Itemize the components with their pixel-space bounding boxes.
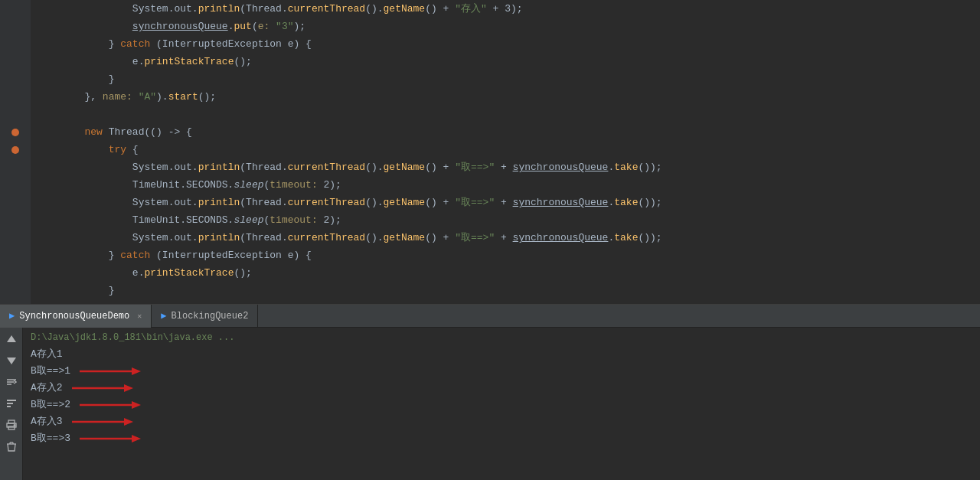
code-line: TimeUnit.SECONDS.sleep(timeout: 2); <box>37 176 980 194</box>
svg-marker-21 <box>132 401 141 409</box>
svg-marker-25 <box>132 435 141 442</box>
svg-marker-23 <box>124 418 133 426</box>
line-gutter <box>0 0 31 304</box>
output-text: B取==>1 <box>31 363 70 380</box>
tab-synchronous-queue-demo[interactable]: ▶ SynchronousQueueDemo ✕ <box>0 305 152 328</box>
output-text: A存入1 <box>31 346 63 363</box>
sort-button[interactable] <box>3 395 20 412</box>
bottom-panel: ▶ SynchronousQueueDemo ✕ ▶ BlockingQueue… <box>0 304 980 480</box>
run-output: D:\Java\jdk1.8.0_181\bin\java.exe ... A存… <box>23 328 980 480</box>
code-line: System.out.println(Thread.currentThread(… <box>37 158 980 176</box>
code-token: System <box>132 0 168 18</box>
output-line-5: A存入3 <box>31 413 972 430</box>
code-line: } <box>37 282 980 299</box>
svg-rect-5 <box>7 400 16 401</box>
console-icon: ▶ <box>9 310 15 322</box>
code-line: } <box>37 70 980 88</box>
red-arrow-icon <box>72 381 133 395</box>
code-line: System.out.println(Thread.currentThread(… <box>37 0 980 18</box>
code-line: }, name: "A").start(); <box>37 88 980 106</box>
svg-marker-19 <box>124 384 133 392</box>
print-button[interactable] <box>3 416 20 433</box>
svg-rect-7 <box>7 406 11 407</box>
output-text: A存入2 <box>31 380 63 397</box>
run-toolbar <box>0 328 23 480</box>
red-arrow-icon <box>80 432 141 446</box>
code-line: } catch (InterruptedException e) { <box>37 247 980 264</box>
scroll-up-button[interactable] <box>3 331 20 348</box>
tab-bar: ▶ SynchronousQueueDemo ✕ ▶ BlockingQueue… <box>0 305 980 328</box>
code-line: synchronousQueue.put(e: "3"); <box>37 18 980 35</box>
output-line-2: B取==>1 <box>31 363 972 380</box>
breakpoint-indicator <box>11 146 19 154</box>
run-path: D:\Java\jdk1.8.0_181\bin\java.exe ... <box>31 332 972 343</box>
red-arrow-icon <box>80 364 141 378</box>
output-line-4: B取==>2 <box>31 397 972 413</box>
svg-marker-1 <box>7 358 16 364</box>
code-line: TimeUnit.SECONDS.sleep(timeout: 2); <box>37 211 980 229</box>
keyword-try: try <box>109 141 126 158</box>
svg-point-11 <box>14 425 15 426</box>
code-line: e.printStackTrace(); <box>37 53 980 70</box>
red-arrow-icon <box>72 415 133 429</box>
red-arrow-icon <box>80 398 141 412</box>
output-text: B取==>2 <box>31 397 70 413</box>
console-icon: ▶ <box>161 310 166 322</box>
code-line: new Thread(() -> { <box>37 123 980 141</box>
output-text: A存入3 <box>31 413 63 430</box>
breakpoint-indicator <box>11 129 19 136</box>
svg-rect-10 <box>8 426 15 429</box>
output-text: B取==>3 <box>31 430 70 447</box>
code-line: } catch (InterruptedException e) { <box>37 35 980 53</box>
tab-label: BlockingQueue2 <box>172 311 249 322</box>
wrap-text-button[interactable] <box>3 374 20 390</box>
scroll-down-button[interactable] <box>3 352 20 369</box>
svg-rect-6 <box>7 403 13 404</box>
tab-label: SynchronousQueueDemo <box>19 311 129 322</box>
svg-marker-0 <box>7 335 16 342</box>
code-line: e.printStackTrace(); <box>37 264 980 282</box>
code-text-area: System.out.println(Thread.currentThread(… <box>31 0 980 304</box>
tab-blocking-queue2[interactable]: ▶ BlockingQueue2 <box>152 305 258 328</box>
svg-marker-17 <box>132 367 141 375</box>
tab-close-button[interactable]: ✕ <box>137 312 142 321</box>
code-line: System.out.println(Thread.currentThread(… <box>37 229 980 247</box>
output-line-3: A存入2 <box>31 380 972 397</box>
code-line <box>37 106 980 123</box>
run-panel: D:\Java\jdk1.8.0_181\bin\java.exe ... A存… <box>0 328 980 480</box>
code-editor: System.out.println(Thread.currentThread(… <box>0 0 980 304</box>
clear-button[interactable] <box>3 438 20 455</box>
code-line: try { <box>37 141 980 158</box>
output-line-1: A存入1 <box>31 346 972 363</box>
output-line-6: B取==>3 <box>31 430 972 447</box>
code-line: System.out.println(Thread.currentThread(… <box>37 194 980 211</box>
